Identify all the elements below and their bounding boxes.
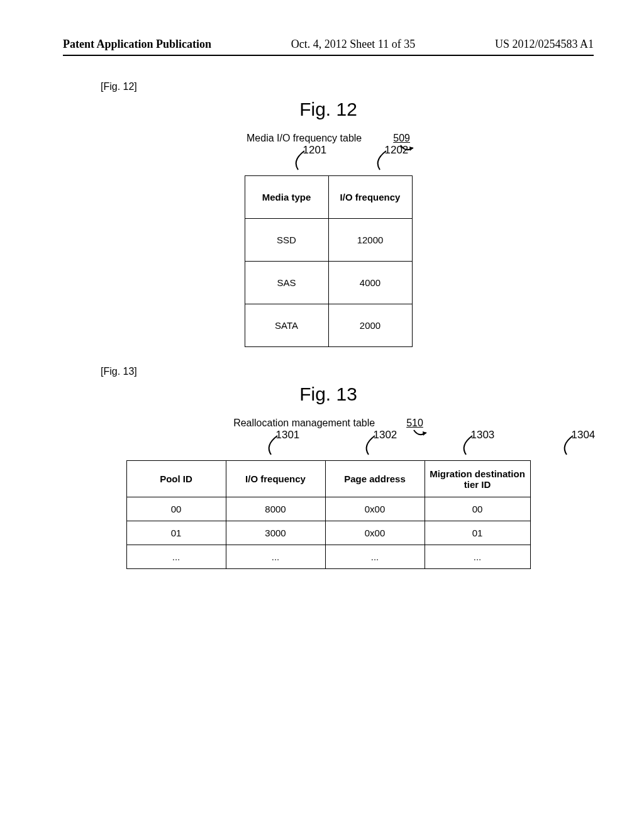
table-header-row: Pool ID I/O frequency Page address Migra… xyxy=(126,461,530,497)
header-left: Patent Application Publication xyxy=(63,38,211,51)
fig12-header-media-type: Media type xyxy=(245,176,328,219)
table-row: 01 3000 0x00 01 xyxy=(126,521,530,545)
callout-1301: 1301 xyxy=(246,433,296,458)
fig13-header-pool-id: Pool ID xyxy=(126,461,226,497)
table-row: SSD 12000 xyxy=(245,219,412,262)
cell: 2000 xyxy=(328,304,412,347)
callout-1304: 1304 xyxy=(541,433,592,458)
cell: 01 xyxy=(126,521,226,545)
fig13-table-label-row: Reallocation management table 510 xyxy=(63,418,594,429)
callout-1302: 1302 xyxy=(343,433,394,458)
table-header-row: Media type I/O frequency xyxy=(245,176,412,219)
cell: SSD xyxy=(245,219,328,262)
table-row: SATA 2000 xyxy=(245,304,412,347)
cell: 3000 xyxy=(226,521,325,545)
fig12-column-callouts: 1201 1202 xyxy=(245,150,413,175)
fig12-table-ref-text: 509 xyxy=(393,133,410,143)
cell: 01 xyxy=(425,521,530,545)
fig12-table-label-row: Media I/O frequency table 509 xyxy=(63,133,594,144)
cell: ... xyxy=(325,545,425,569)
fig13-table-ref: 510 xyxy=(406,418,423,429)
cell: SATA xyxy=(245,304,328,347)
callout-1302-text: 1302 xyxy=(374,429,397,441)
callout-1202: 1202 xyxy=(355,148,405,173)
cell: 0x00 xyxy=(325,521,425,545)
callout-1303: 1303 xyxy=(441,433,491,458)
fig12-table-ref: 509 xyxy=(393,133,410,144)
table-row: 00 8000 0x00 00 xyxy=(126,497,530,521)
fig12-header-io-frequency: I/O frequency xyxy=(328,176,412,219)
fig12-table-label: Media I/O frequency table xyxy=(247,133,362,144)
cell: SAS xyxy=(245,262,328,304)
fig13-column-callouts: 1301 1302 1303 1304 xyxy=(126,435,531,460)
cell: ... xyxy=(226,545,325,569)
callout-1202-text: 1202 xyxy=(385,144,409,157)
header-center: Oct. 4, 2012 Sheet 11 of 35 xyxy=(291,38,415,51)
cell: 4000 xyxy=(328,262,412,304)
fig12-title: Fig. 12 xyxy=(63,99,594,120)
fig13-title: Fig. 13 xyxy=(63,384,594,405)
header-right: US 2012/0254583 A1 xyxy=(495,38,594,51)
cell: ... xyxy=(425,545,530,569)
fig12-reference: [Fig. 12] xyxy=(101,81,594,92)
fig13-table: Pool ID I/O frequency Page address Migra… xyxy=(126,460,531,569)
cell: 12000 xyxy=(328,219,412,262)
cell: 0x00 xyxy=(325,497,425,521)
callout-1304-text: 1304 xyxy=(572,429,596,441)
header-divider xyxy=(63,55,594,56)
cell: 00 xyxy=(425,497,530,521)
cell: 00 xyxy=(126,497,226,521)
fig13-header-io-frequency: I/O frequency xyxy=(226,461,325,497)
fig13-header-migration-tier: Migration destination tier ID xyxy=(425,461,530,497)
cell: ... xyxy=(126,545,226,569)
callout-1201: 1201 xyxy=(273,148,323,173)
callout-1201-text: 1201 xyxy=(303,144,327,157)
cell: 8000 xyxy=(226,497,325,521)
fig12-table: Media type I/O frequency SSD 12000 SAS 4… xyxy=(245,175,413,347)
table-row: ... ... ... ... xyxy=(126,545,530,569)
fig13-table-ref-text: 510 xyxy=(406,418,423,428)
fig13-table-label: Reallocation management table xyxy=(233,418,375,429)
table-row: SAS 4000 xyxy=(245,262,412,304)
callout-1301-text: 1301 xyxy=(276,429,300,441)
fig13-header-page-address: Page address xyxy=(325,461,425,497)
fig13-reference: [Fig. 13] xyxy=(101,366,594,377)
callout-1303-text: 1303 xyxy=(471,429,495,441)
page-header: Patent Application Publication Oct. 4, 2… xyxy=(63,38,594,51)
